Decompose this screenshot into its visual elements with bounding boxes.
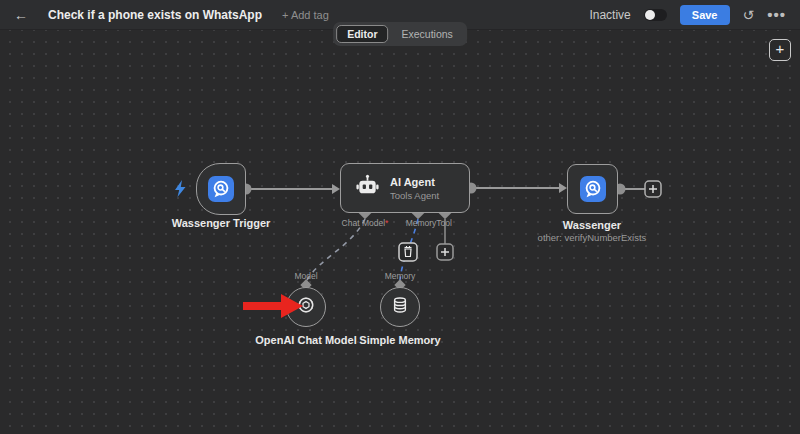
history-icon[interactable]: ↺ bbox=[743, 7, 755, 23]
add-node-after-wassenger-button[interactable] bbox=[645, 181, 661, 197]
port-label-chat-model: Chat Model* bbox=[342, 218, 389, 228]
trigger-bolt-icon bbox=[174, 180, 187, 197]
toggle-knob bbox=[645, 10, 655, 20]
wassenger-icon bbox=[208, 176, 234, 202]
n8n-workflow-editor: ← Check if a phone exists on WhatsApp + … bbox=[0, 0, 800, 434]
save-button[interactable]: Save bbox=[680, 5, 730, 25]
database-icon bbox=[391, 296, 409, 318]
node-ai-agent[interactable]: AI Agent Tools Agent bbox=[340, 163, 470, 213]
more-menu-icon[interactable]: ••• bbox=[767, 6, 786, 23]
workflow-canvas[interactable]: Chat Model* Memory Tool Model Memory bbox=[0, 30, 800, 434]
active-toggle[interactable] bbox=[644, 9, 667, 21]
robot-icon bbox=[354, 173, 381, 204]
connection-trigger-agent[interactable] bbox=[241, 184, 341, 195]
delete-connection-button[interactable] bbox=[399, 243, 417, 261]
wassenger-node-sublabel: other: verifyNumberExists bbox=[502, 232, 682, 243]
tab-editor[interactable]: Editor bbox=[336, 25, 388, 43]
port-label-memory: Memory bbox=[406, 218, 437, 228]
add-tag-button[interactable]: + Add tag bbox=[282, 9, 329, 21]
workflow-status-label: Inactive bbox=[589, 8, 630, 22]
node-wassenger[interactable] bbox=[567, 164, 618, 214]
memory-port-label: Memory bbox=[385, 271, 416, 281]
tab-executions[interactable]: Executions bbox=[390, 25, 463, 43]
add-node-button[interactable]: + bbox=[769, 39, 791, 61]
trigger-node-label: Wassenger Trigger bbox=[146, 217, 296, 229]
header-actions: Inactive Save ↺ ••• bbox=[589, 5, 786, 25]
wassenger-icon bbox=[580, 176, 606, 202]
back-icon[interactable]: ← bbox=[14, 7, 34, 23]
agent-node-subtitle: Tools Agent bbox=[390, 190, 439, 201]
agent-node-text: AI Agent Tools Agent bbox=[390, 176, 439, 201]
editor-executions-tabs: Editor Executions bbox=[333, 22, 467, 46]
simple-memory-node-label: Simple Memory bbox=[325, 334, 475, 346]
port-label-tool: Tool bbox=[436, 218, 452, 228]
connection-agent-wassenger[interactable] bbox=[466, 183, 568, 194]
node-simple-memory[interactable] bbox=[380, 287, 420, 327]
node-wassenger-trigger[interactable] bbox=[196, 163, 246, 215]
workflow-title[interactable]: Check if a phone exists on WhatsApp bbox=[48, 8, 262, 22]
agent-node-title: AI Agent bbox=[390, 176, 439, 188]
add-tool-button[interactable] bbox=[437, 244, 453, 260]
red-annotation-arrow bbox=[243, 292, 305, 320]
connection-wassenger-add[interactable] bbox=[615, 184, 647, 195]
wassenger-node-label: Wassenger bbox=[517, 219, 667, 231]
